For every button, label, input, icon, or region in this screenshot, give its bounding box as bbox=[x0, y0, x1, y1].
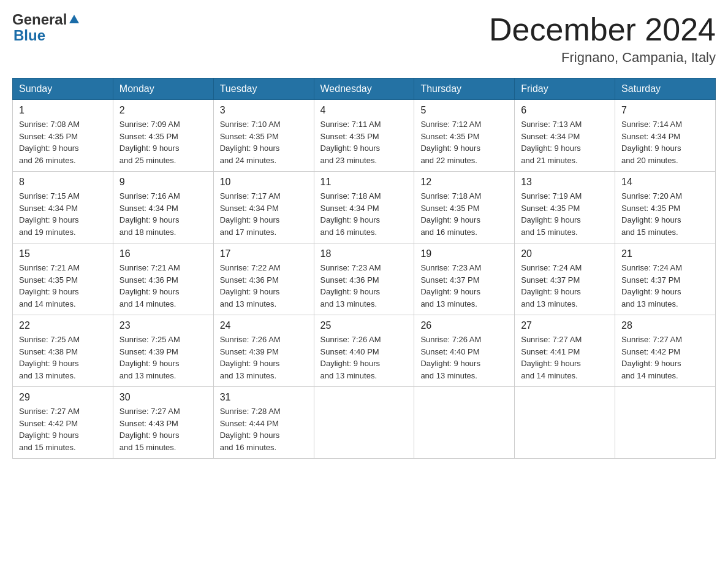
day-info: Sunrise: 7:19 AM Sunset: 4:35 PM Dayligh… bbox=[521, 190, 609, 238]
day-info: Sunrise: 7:17 AM Sunset: 4:34 PM Dayligh… bbox=[220, 190, 308, 238]
logo-triangle-icon bbox=[69, 13, 80, 26]
calendar-day-cell: 25 Sunrise: 7:26 AM Sunset: 4:40 PM Dayl… bbox=[314, 315, 414, 387]
calendar-day-cell bbox=[414, 387, 515, 459]
day-number: 25 bbox=[320, 320, 408, 331]
calendar-day-cell: 20 Sunrise: 7:24 AM Sunset: 4:37 PM Dayl… bbox=[515, 243, 615, 315]
day-number: 16 bbox=[119, 248, 207, 259]
day-info: Sunrise: 7:20 AM Sunset: 4:35 PM Dayligh… bbox=[621, 190, 709, 238]
calendar-day-cell bbox=[515, 387, 615, 459]
day-number: 14 bbox=[621, 177, 709, 188]
calendar-body: 1 Sunrise: 7:08 AM Sunset: 4:35 PM Dayli… bbox=[13, 100, 716, 459]
location-text: Frignano, Campania, Italy bbox=[489, 50, 716, 66]
calendar-day-cell: 23 Sunrise: 7:25 AM Sunset: 4:39 PM Dayl… bbox=[113, 315, 213, 387]
calendar-day-cell: 11 Sunrise: 7:18 AM Sunset: 4:34 PM Dayl… bbox=[314, 172, 414, 243]
logo: General Blue bbox=[12, 12, 80, 44]
day-info: Sunrise: 7:27 AM Sunset: 4:42 PM Dayligh… bbox=[621, 334, 709, 381]
calendar-day-cell: 24 Sunrise: 7:26 AM Sunset: 4:39 PM Dayl… bbox=[213, 315, 314, 387]
day-number: 13 bbox=[521, 177, 609, 188]
day-number: 10 bbox=[220, 177, 308, 188]
day-info: Sunrise: 7:13 AM Sunset: 4:34 PM Dayligh… bbox=[521, 118, 609, 166]
col-wednesday: Wednesday bbox=[314, 79, 414, 100]
calendar-day-cell: 14 Sunrise: 7:20 AM Sunset: 4:35 PM Dayl… bbox=[615, 172, 716, 243]
col-thursday: Thursday bbox=[414, 79, 515, 100]
day-info: Sunrise: 7:10 AM Sunset: 4:35 PM Dayligh… bbox=[220, 118, 308, 166]
day-number: 2 bbox=[119, 105, 207, 116]
day-info: Sunrise: 7:26 AM Sunset: 4:40 PM Dayligh… bbox=[420, 334, 508, 381]
day-number: 3 bbox=[220, 105, 308, 116]
calendar-day-cell: 10 Sunrise: 7:17 AM Sunset: 4:34 PM Dayl… bbox=[213, 172, 314, 243]
day-number: 18 bbox=[320, 248, 408, 259]
day-info: Sunrise: 7:26 AM Sunset: 4:39 PM Dayligh… bbox=[220, 334, 308, 381]
calendar-day-cell: 31 Sunrise: 7:28 AM Sunset: 4:44 PM Dayl… bbox=[213, 387, 314, 459]
calendar-day-cell: 22 Sunrise: 7:25 AM Sunset: 4:38 PM Dayl… bbox=[13, 315, 113, 387]
day-info: Sunrise: 7:14 AM Sunset: 4:34 PM Dayligh… bbox=[621, 118, 709, 166]
day-number: 1 bbox=[19, 105, 107, 116]
calendar-day-cell: 29 Sunrise: 7:27 AM Sunset: 4:42 PM Dayl… bbox=[13, 387, 113, 459]
day-number: 17 bbox=[220, 248, 308, 259]
col-sunday: Sunday bbox=[13, 79, 113, 100]
calendar-day-cell: 13 Sunrise: 7:19 AM Sunset: 4:35 PM Dayl… bbox=[515, 172, 615, 243]
calendar-day-cell: 28 Sunrise: 7:27 AM Sunset: 4:42 PM Dayl… bbox=[615, 315, 716, 387]
title-section: December 2024 Frignano, Campania, Italy bbox=[489, 12, 716, 66]
day-info: Sunrise: 7:26 AM Sunset: 4:40 PM Dayligh… bbox=[320, 334, 408, 381]
day-number: 26 bbox=[420, 320, 508, 331]
day-info: Sunrise: 7:08 AM Sunset: 4:35 PM Dayligh… bbox=[19, 118, 107, 166]
calendar-week-row: 22 Sunrise: 7:25 AM Sunset: 4:38 PM Dayl… bbox=[13, 315, 716, 387]
day-info: Sunrise: 7:27 AM Sunset: 4:41 PM Dayligh… bbox=[521, 334, 609, 381]
calendar-day-cell: 8 Sunrise: 7:15 AM Sunset: 4:34 PM Dayli… bbox=[13, 172, 113, 243]
day-info: Sunrise: 7:23 AM Sunset: 4:36 PM Dayligh… bbox=[320, 262, 408, 310]
svg-marker-0 bbox=[69, 15, 79, 23]
day-info: Sunrise: 7:25 AM Sunset: 4:38 PM Dayligh… bbox=[19, 334, 107, 381]
day-number: 11 bbox=[320, 177, 408, 188]
calendar-day-cell: 17 Sunrise: 7:22 AM Sunset: 4:36 PM Dayl… bbox=[213, 243, 314, 315]
day-info: Sunrise: 7:12 AM Sunset: 4:35 PM Dayligh… bbox=[420, 118, 508, 166]
col-monday: Monday bbox=[113, 79, 213, 100]
day-number: 28 bbox=[621, 320, 709, 331]
calendar-day-cell: 18 Sunrise: 7:23 AM Sunset: 4:36 PM Dayl… bbox=[314, 243, 414, 315]
calendar-day-cell: 4 Sunrise: 7:11 AM Sunset: 4:35 PM Dayli… bbox=[314, 100, 414, 172]
calendar-header: Sunday Monday Tuesday Wednesday Thursday… bbox=[13, 79, 716, 100]
calendar-day-cell bbox=[615, 387, 716, 459]
calendar-day-cell: 27 Sunrise: 7:27 AM Sunset: 4:41 PM Dayl… bbox=[515, 315, 615, 387]
calendar-day-cell: 3 Sunrise: 7:10 AM Sunset: 4:35 PM Dayli… bbox=[213, 100, 314, 172]
logo-text-blue: Blue bbox=[13, 27, 45, 44]
day-info: Sunrise: 7:21 AM Sunset: 4:35 PM Dayligh… bbox=[19, 262, 107, 310]
col-saturday: Saturday bbox=[615, 79, 716, 100]
day-number: 27 bbox=[521, 320, 609, 331]
day-info: Sunrise: 7:28 AM Sunset: 4:44 PM Dayligh… bbox=[220, 405, 308, 453]
day-number: 5 bbox=[420, 105, 508, 116]
day-info: Sunrise: 7:22 AM Sunset: 4:36 PM Dayligh… bbox=[220, 262, 308, 310]
calendar-day-cell: 30 Sunrise: 7:27 AM Sunset: 4:43 PM Dayl… bbox=[113, 387, 213, 459]
calendar-week-row: 29 Sunrise: 7:27 AM Sunset: 4:42 PM Dayl… bbox=[13, 387, 716, 459]
calendar-day-cell: 16 Sunrise: 7:21 AM Sunset: 4:36 PM Dayl… bbox=[113, 243, 213, 315]
day-info: Sunrise: 7:24 AM Sunset: 4:37 PM Dayligh… bbox=[621, 262, 709, 310]
day-info: Sunrise: 7:09 AM Sunset: 4:35 PM Dayligh… bbox=[119, 118, 207, 166]
day-number: 19 bbox=[420, 248, 508, 259]
page-header: General Blue December 2024 Frignano, Cam… bbox=[12, 12, 716, 66]
calendar-week-row: 8 Sunrise: 7:15 AM Sunset: 4:34 PM Dayli… bbox=[13, 172, 716, 243]
day-number: 24 bbox=[220, 320, 308, 331]
day-info: Sunrise: 7:15 AM Sunset: 4:34 PM Dayligh… bbox=[19, 190, 107, 238]
day-number: 23 bbox=[119, 320, 207, 331]
day-info: Sunrise: 7:25 AM Sunset: 4:39 PM Dayligh… bbox=[119, 334, 207, 381]
day-number: 8 bbox=[19, 177, 107, 188]
day-number: 31 bbox=[220, 392, 308, 403]
col-tuesday: Tuesday bbox=[213, 79, 314, 100]
calendar-week-row: 15 Sunrise: 7:21 AM Sunset: 4:35 PM Dayl… bbox=[13, 243, 716, 315]
day-info: Sunrise: 7:23 AM Sunset: 4:37 PM Dayligh… bbox=[420, 262, 508, 310]
calendar-day-cell: 19 Sunrise: 7:23 AM Sunset: 4:37 PM Dayl… bbox=[414, 243, 515, 315]
day-number: 9 bbox=[119, 177, 207, 188]
calendar-day-cell: 1 Sunrise: 7:08 AM Sunset: 4:35 PM Dayli… bbox=[13, 100, 113, 172]
day-number: 4 bbox=[320, 105, 408, 116]
day-info: Sunrise: 7:18 AM Sunset: 4:35 PM Dayligh… bbox=[420, 190, 508, 238]
day-info: Sunrise: 7:11 AM Sunset: 4:35 PM Dayligh… bbox=[320, 118, 408, 166]
day-info: Sunrise: 7:27 AM Sunset: 4:43 PM Dayligh… bbox=[119, 405, 207, 453]
col-friday: Friday bbox=[515, 79, 615, 100]
day-number: 22 bbox=[19, 320, 107, 331]
calendar-day-cell: 5 Sunrise: 7:12 AM Sunset: 4:35 PM Dayli… bbox=[414, 100, 515, 172]
calendar-table: Sunday Monday Tuesday Wednesday Thursday… bbox=[12, 78, 716, 459]
day-number: 6 bbox=[521, 105, 609, 116]
logo-text-general: General bbox=[12, 12, 67, 27]
calendar-day-cell bbox=[314, 387, 414, 459]
calendar-day-cell: 12 Sunrise: 7:18 AM Sunset: 4:35 PM Dayl… bbox=[414, 172, 515, 243]
